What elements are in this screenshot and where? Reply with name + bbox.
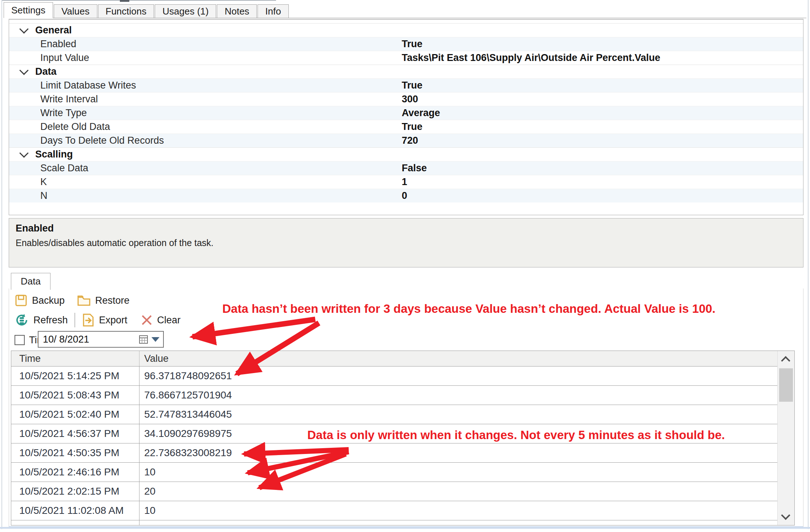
cell-value: 10 — [139, 505, 155, 516]
category-scalling[interactable]: Scalling — [9, 147, 803, 161]
export-button[interactable]: Export — [82, 313, 127, 327]
annotation-note-1: Data hasn’t been written for 3 days beca… — [222, 302, 716, 316]
date-dropdown-caret-icon[interactable] — [151, 337, 159, 342]
property-row-limit-db-writes[interactable]: Limit Database Writes True — [9, 78, 803, 92]
clear-button[interactable]: Clear — [141, 314, 181, 326]
chevron-down-icon — [19, 24, 28, 33]
property-row-days-to-delete[interactable]: Days To Delete Old Records 720 — [9, 134, 803, 147]
property-value: 0 — [402, 190, 407, 201]
table-row[interactable]: 10/5/2021 5:02:40 PM 52.7478313446045 — [11, 405, 794, 424]
column-divider — [139, 443, 139, 462]
property-label: Input Value — [40, 52, 402, 64]
backup-button[interactable]: Backup — [15, 294, 65, 307]
window-bottom-edge — [0, 527, 810, 529]
time-checkbox[interactable] — [15, 335, 25, 345]
tab-values-label: Values — [61, 6, 90, 17]
tab-notes-label: Notes — [224, 6, 249, 17]
column-divider — [139, 424, 139, 443]
scrollbar-thumb[interactable] — [779, 368, 793, 402]
column-divider — [139, 367, 139, 385]
property-label: Delete Old Data — [40, 121, 402, 132]
tab-settings-label: Settings — [11, 5, 45, 16]
clear-label: Clear — [157, 315, 181, 326]
column-divider — [139, 386, 139, 405]
tab-notes[interactable]: Notes — [217, 4, 257, 18]
property-row-input-value[interactable]: Input Value Tasks\Pit East 106\Supply Ai… — [9, 51, 803, 65]
tab-functions-label: Functions — [106, 6, 147, 17]
tab-functions[interactable]: Functions — [98, 4, 154, 18]
calendar-icon — [138, 334, 149, 344]
property-value: True — [402, 38, 422, 50]
property-row-write-type[interactable]: Write Type Average — [9, 106, 803, 120]
category-label: General — [35, 25, 72, 36]
tab-info[interactable]: Info — [258, 4, 288, 18]
table-row[interactable]: 10/5/2021 2:02:15 PM 20 — [11, 482, 794, 501]
cell-value: 10 — [139, 466, 155, 478]
property-label: K — [40, 176, 402, 188]
cell-value: 34.1090297698975 — [139, 428, 232, 439]
table-row[interactable]: 10/5/2021 5:14:25 PM 96.3718748092651 — [11, 367, 794, 386]
refresh-button[interactable]: Refresh — [15, 313, 68, 327]
restore-label: Restore — [95, 295, 130, 306]
property-row-enabled[interactable]: Enabled True — [9, 37, 803, 51]
window-left-edge — [1, 0, 2, 529]
tab-usages[interactable]: Usages (1) — [155, 4, 216, 18]
tab-info-label: Info — [265, 6, 281, 17]
date-picker[interactable]: 10/ 8/2021 — [38, 331, 164, 348]
backup-label: Backup — [32, 295, 65, 306]
property-value: 720 — [402, 135, 418, 146]
cell-value: 22.7368323008219 — [139, 447, 232, 459]
restore-button[interactable]: Restore — [77, 294, 130, 307]
table-row[interactable]: 10/5/2021 11:02:08 AM 10 — [11, 501, 794, 520]
refresh-label: Refresh — [33, 315, 68, 326]
date-picker-value: 10/ 8/2021 — [43, 334, 89, 345]
property-label: Days To Delete Old Records — [40, 135, 402, 146]
app-window: Settings Values Functions Usages (1) Not… — [0, 0, 810, 532]
table-row[interactable]: 10/5/2021 2:46:16 PM 10 — [11, 463, 794, 482]
tab-settings[interactable]: Settings — [4, 2, 53, 18]
column-divider — [139, 520, 139, 525]
column-divider — [139, 351, 139, 366]
tab-usages-label: Usages (1) — [162, 6, 208, 17]
category-label: Data — [35, 66, 57, 77]
cell-value: 96.3718748092651 — [139, 370, 232, 382]
column-divider — [139, 463, 139, 482]
description-title: Enabled — [16, 223, 797, 234]
property-value: False — [402, 163, 427, 174]
window-top-fragment — [120, 0, 129, 2]
cell-time: 10/5/2021 4:56:37 PM — [11, 428, 139, 439]
clear-x-icon — [141, 314, 153, 326]
cell-time: 10/5/2021 2:46:16 PM — [11, 466, 139, 478]
property-row-n[interactable]: N 0 — [9, 189, 803, 202]
toolbar-row-backup: Backup Restore — [15, 292, 130, 308]
tab-data[interactable]: Data — [11, 273, 50, 290]
tab-values[interactable]: Values — [54, 4, 97, 18]
column-header-value[interactable]: Value — [139, 353, 169, 364]
table-header: Time Value — [11, 351, 794, 367]
vertical-scrollbar[interactable] — [777, 351, 794, 525]
scroll-down-icon[interactable] — [781, 511, 790, 520]
cell-time: 10/5/2021 5:02:40 PM — [11, 409, 139, 420]
property-value: 300 — [402, 94, 418, 105]
scroll-up-icon[interactable] — [781, 356, 790, 365]
cell-value: 20 — [139, 486, 155, 497]
column-header-time[interactable]: Time — [11, 353, 139, 364]
property-row-write-interval[interactable]: Write Interval 300 — [9, 92, 803, 106]
property-value: Average — [402, 107, 440, 119]
property-row-delete-old-data[interactable]: Delete Old Data True — [9, 120, 803, 134]
column-divider — [139, 405, 139, 424]
property-row-k[interactable]: K 1 — [9, 175, 803, 189]
column-divider — [139, 501, 139, 520]
property-row-scale-data[interactable]: Scale Data False — [9, 161, 803, 175]
property-value: True — [402, 80, 422, 91]
toolbar-separator — [74, 313, 75, 327]
chevron-down-icon — [19, 148, 28, 157]
category-general[interactable]: General — [9, 23, 803, 37]
description-text: Enables/disables automatic operation of … — [16, 238, 797, 248]
table-row-partial[interactable]: 10/5/2021 10:48:08 AM 90 — [11, 520, 794, 525]
table-row[interactable]: 10/5/2021 5:08:43 PM 76.8667125701904 — [11, 386, 794, 405]
property-label: Enabled — [40, 38, 402, 50]
export-icon — [82, 313, 95, 327]
table-row[interactable]: 10/5/2021 4:50:35 PM 22.7368323008219 — [11, 443, 794, 463]
category-data[interactable]: Data — [9, 65, 803, 78]
